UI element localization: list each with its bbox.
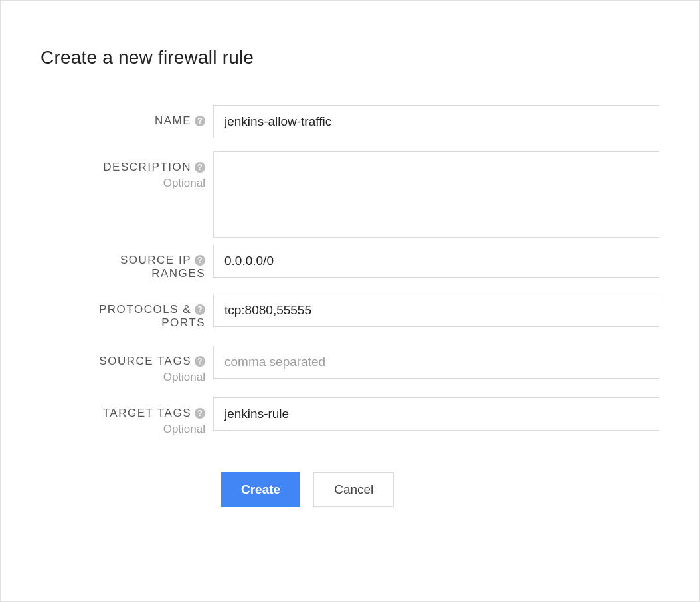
label-col-protocols: PROTOCOLS & ? PORTS (41, 294, 213, 330)
row-source-ip: SOURCE IP ? RANGES (41, 245, 659, 280)
source-ip-label-line1: SOURCE IP (120, 254, 191, 267)
target-tags-label: TARGET TAGS (103, 407, 191, 420)
optional-label: Optional (41, 423, 205, 436)
protocols-input[interactable] (213, 294, 659, 327)
source-tags-label: SOURCE TAGS (99, 355, 191, 368)
help-icon[interactable]: ? (195, 408, 205, 419)
protocols-label-line1: PROTOCOLS & (99, 303, 191, 316)
label-col-source-ip: SOURCE IP ? RANGES (41, 245, 213, 280)
target-tags-input[interactable] (213, 397, 659, 431)
help-icon[interactable]: ? (195, 255, 205, 266)
help-icon[interactable]: ? (195, 116, 205, 126)
name-label: NAME (155, 114, 191, 128)
row-source-tags: SOURCE TAGS ? Optional (41, 346, 659, 384)
label-col-target-tags: TARGET TAGS ? Optional (41, 397, 213, 436)
optional-label: Optional (41, 177, 205, 190)
label-col-description: DESCRIPTION ? Optional (41, 151, 213, 190)
page-title: Create a new firewall rule (41, 47, 659, 68)
row-description: DESCRIPTION ? Optional (41, 151, 659, 241)
description-input[interactable] (213, 151, 659, 238)
row-target-tags: TARGET TAGS ? Optional (41, 397, 659, 436)
cancel-button[interactable]: Cancel (313, 472, 394, 507)
help-icon[interactable]: ? (195, 304, 205, 315)
help-icon[interactable]: ? (195, 356, 205, 367)
button-row: Create Cancel (221, 472, 659, 507)
source-ip-input[interactable] (213, 245, 659, 278)
label-col-name: NAME ? (41, 105, 213, 128)
create-button[interactable]: Create (221, 472, 300, 507)
description-label: DESCRIPTION (103, 161, 191, 174)
name-input[interactable] (213, 105, 659, 138)
row-name: NAME ? (41, 105, 659, 138)
source-ip-label-line2: RANGES (151, 267, 205, 280)
help-icon[interactable]: ? (195, 162, 205, 173)
firewall-form-container: Create a new firewall rule NAME ? DESCRI… (0, 0, 700, 602)
optional-label: Optional (41, 371, 205, 384)
protocols-label-line2: PORTS (161, 316, 205, 330)
source-tags-input[interactable] (213, 346, 659, 379)
label-col-source-tags: SOURCE TAGS ? Optional (41, 346, 213, 384)
row-protocols: PROTOCOLS & ? PORTS (41, 294, 659, 330)
